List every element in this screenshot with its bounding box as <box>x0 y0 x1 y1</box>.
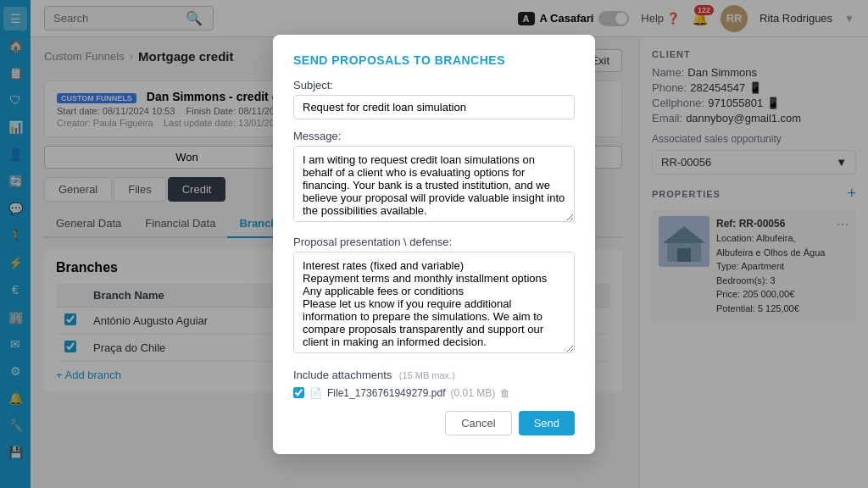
message-textarea[interactable] <box>293 146 575 222</box>
delete-file-icon[interactable]: 🗑 <box>500 387 510 399</box>
modal-overlay: SEND PROPOSALS TO BRANCHES Subject: Mess… <box>0 0 868 488</box>
send-proposals-modal: SEND PROPOSALS TO BRANCHES Subject: Mess… <box>273 35 595 454</box>
send-button[interactable]: Send <box>519 411 575 435</box>
proposal-textarea[interactable] <box>293 252 575 353</box>
subject-label: Subject: <box>293 79 575 92</box>
attachments-label: Include attachments <box>293 369 392 381</box>
file-icon: 📄 <box>309 387 322 399</box>
subject-input[interactable] <box>293 95 575 119</box>
file-size: (0.01 MB) <box>450 387 495 399</box>
file-name: File1_1736761949279.pdf <box>327 387 445 399</box>
attachments-max: (15 MB max.) <box>399 370 455 380</box>
attachment-checkbox[interactable] <box>293 387 304 398</box>
modal-footer: Cancel Send <box>293 411 575 435</box>
attachments-section: Include attachments (15 MB max.) 📄 File1… <box>293 367 575 399</box>
cancel-button[interactable]: Cancel <box>445 411 511 435</box>
message-label: Message: <box>293 130 575 142</box>
proposal-label: Proposal presentation \ defense: <box>293 236 575 248</box>
attachment-file: 📄 File1_1736761949279.pdf (0.01 MB) 🗑 <box>293 387 575 399</box>
modal-title: SEND PROPOSALS TO BRANCHES <box>293 53 575 67</box>
